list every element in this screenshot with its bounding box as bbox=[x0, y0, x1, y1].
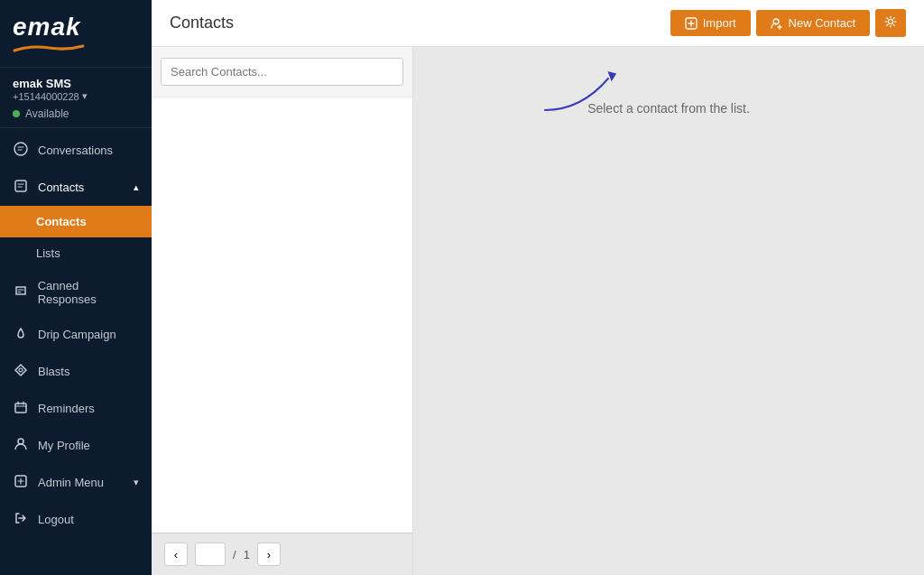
page-current-input[interactable]: 1 bbox=[195, 543, 226, 566]
import-icon bbox=[685, 17, 698, 30]
gear-icon bbox=[884, 15, 897, 28]
account-name: emak SMS bbox=[13, 77, 139, 90]
arrow-indicator bbox=[527, 65, 635, 119]
import-button[interactable]: Import bbox=[670, 10, 751, 36]
detail-panel: Select a contact from the list. bbox=[413, 47, 924, 575]
sidebar-item-contacts[interactable]: Contacts bbox=[0, 206, 152, 237]
sidebar-item-contacts-parent[interactable]: Contacts ▴ bbox=[0, 169, 152, 206]
contacts-parent-label: Contacts bbox=[38, 181, 84, 194]
drip-icon bbox=[13, 326, 29, 343]
sidebar-item-canned-responses[interactable]: Canned Responses bbox=[0, 269, 152, 316]
sidebar-item-blasts[interactable]: Blasts bbox=[0, 353, 152, 390]
main-header: Contacts Import New Contact bbox=[152, 0, 924, 47]
blasts-icon bbox=[13, 363, 29, 380]
content-area: ‹ 1 / 1 › Select a contact from the list… bbox=[152, 47, 924, 575]
sidebar-item-drip-campaign[interactable]: Drip Campaign bbox=[0, 316, 152, 353]
contacts-icon bbox=[13, 179, 29, 196]
svg-point-0 bbox=[14, 143, 27, 155]
sidebar-item-label: Blasts bbox=[38, 365, 69, 378]
sidebar-item-label: Admin Menu bbox=[38, 476, 104, 489]
svg-marker-2 bbox=[15, 365, 26, 376]
page-separator: / bbox=[233, 548, 236, 561]
sidebar-item-admin-menu[interactable]: Admin Menu ▾ bbox=[0, 464, 152, 501]
status-text: Available bbox=[25, 107, 69, 120]
logo-area: emak bbox=[0, 0, 152, 68]
contacts-list bbox=[152, 97, 412, 533]
logo-swoosh bbox=[13, 43, 85, 52]
sidebar-item-logout[interactable]: Logout bbox=[0, 501, 152, 538]
svg-point-3 bbox=[19, 368, 23, 372]
new-contact-button[interactable]: New Contact bbox=[756, 10, 870, 36]
reminders-icon bbox=[13, 400, 29, 417]
sidebar-item-label: Logout bbox=[38, 513, 74, 526]
svg-rect-1 bbox=[15, 181, 26, 191]
sidebar-nav: Conversations Contacts ▴ Contacts Lists … bbox=[0, 128, 152, 575]
import-label: Import bbox=[703, 16, 736, 30]
page-total: 1 bbox=[244, 548, 250, 561]
search-bar bbox=[152, 47, 412, 97]
next-page-button[interactable]: › bbox=[257, 543, 281, 566]
status-dot bbox=[13, 110, 20, 117]
admin-icon bbox=[13, 474, 29, 491]
logo-text: emak bbox=[13, 14, 139, 40]
search-input[interactable] bbox=[161, 58, 403, 86]
sidebar-item-label: Reminders bbox=[38, 402, 95, 415]
chevron-up-icon: ▴ bbox=[134, 181, 139, 193]
pagination-bar: ‹ 1 / 1 › bbox=[152, 533, 412, 575]
new-contact-label: New Contact bbox=[789, 16, 855, 30]
conversations-icon bbox=[13, 142, 29, 159]
lists-sub-label: Lists bbox=[36, 246, 60, 260]
main-area: Contacts Import New Contact ‹ 1 bbox=[152, 0, 924, 575]
sidebar-item-my-profile[interactable]: My Profile bbox=[0, 427, 152, 464]
svg-point-5 bbox=[18, 439, 23, 444]
contacts-panel: ‹ 1 / 1 › bbox=[152, 47, 413, 575]
account-number: +15144000228 ▾ bbox=[13, 90, 139, 102]
sidebar: emak emak SMS +15144000228 ▾ Available C… bbox=[0, 0, 152, 575]
svg-rect-4 bbox=[15, 403, 26, 413]
header-actions: Import New Contact bbox=[670, 9, 906, 37]
canned-responses-icon bbox=[13, 284, 29, 301]
sidebar-item-conversations[interactable]: Conversations bbox=[0, 132, 152, 169]
profile-icon bbox=[13, 437, 29, 454]
sidebar-item-reminders[interactable]: Reminders bbox=[0, 390, 152, 427]
sidebar-item-label: My Profile bbox=[38, 439, 90, 452]
sidebar-item-label: Conversations bbox=[38, 144, 113, 157]
account-section: emak SMS +15144000228 ▾ Available bbox=[0, 68, 152, 128]
sidebar-item-label: Drip Campaign bbox=[38, 328, 116, 341]
sidebar-item-lists[interactable]: Lists bbox=[0, 237, 152, 269]
sidebar-item-label: Canned Responses bbox=[38, 279, 139, 306]
settings-button[interactable] bbox=[875, 9, 906, 37]
prev-page-button[interactable]: ‹ bbox=[164, 543, 188, 566]
chevron-down-icon: ▾ bbox=[134, 477, 139, 488]
page-title: Contacts bbox=[170, 14, 234, 32]
status-row: Available bbox=[13, 107, 139, 120]
logout-icon bbox=[13, 511, 29, 528]
new-contact-icon bbox=[771, 17, 783, 30]
svg-point-9 bbox=[889, 20, 893, 24]
contacts-sub-label: Contacts bbox=[36, 215, 87, 228]
